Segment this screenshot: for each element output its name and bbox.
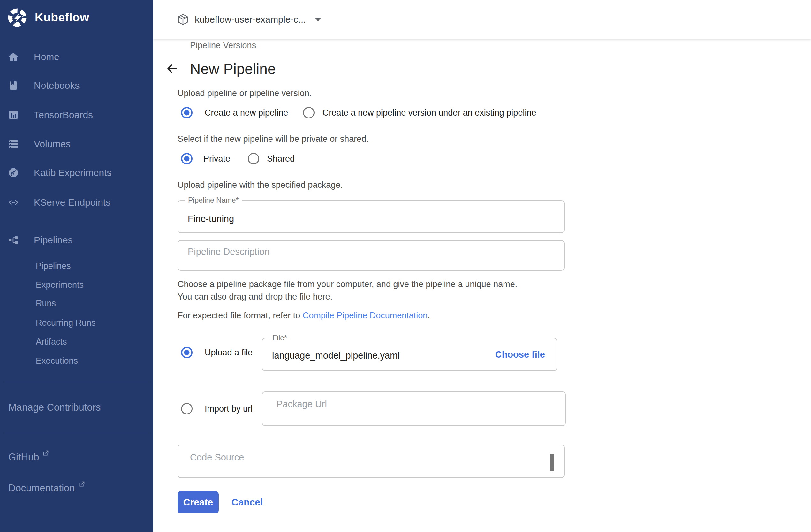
code-source-placeholder: Code Source <box>190 452 244 463</box>
sidebar-subitem-pipelines[interactable]: Pipelines <box>36 259 71 273</box>
code-source-field[interactable]: Code Source <box>178 444 565 478</box>
package-url-field[interactable]: Package Url <box>262 392 566 426</box>
sidebar-item-kserve-endpoints[interactable]: KServe Endpoints <box>0 193 153 212</box>
kserve-icon <box>8 197 19 208</box>
chevron-down-icon <box>315 18 321 21</box>
sidebar-item-notebooks[interactable]: Notebooks <box>0 76 153 95</box>
file-field[interactable]: File* language_model_pipeline.yaml Choos… <box>262 338 557 371</box>
sidebar-divider <box>5 382 149 382</box>
format-help-line: For expected file format, refer to Compi… <box>178 311 430 321</box>
choose-file-button[interactable]: Choose file <box>495 349 545 360</box>
namespace-selector[interactable]: kubeflow-user-example-c... <box>177 0 321 39</box>
sidebar: Kubeflow Home Notebooks TensorBoards <box>0 0 153 532</box>
radio-private[interactable] <box>181 153 193 165</box>
file-help-line2: You can also drag and drop the file here… <box>178 292 332 302</box>
file-field-label: File* <box>270 334 290 342</box>
form-intro-text: Upload pipeline or pipeline version. <box>178 89 312 98</box>
kubeflow-logo[interactable]: Kubeflow <box>8 8 89 27</box>
sidebar-item-tensorboards[interactable]: TensorBoards <box>0 105 153 124</box>
sidebar-subitem-artifacts[interactable]: Artifacts <box>36 335 67 349</box>
sidebar-subitem-recurring-runs[interactable]: Recurring Runs <box>36 316 96 330</box>
radio-private-label[interactable]: Private <box>203 154 230 164</box>
kubeflow-dashboard: Kubeflow Home Notebooks TensorBoards <box>0 0 811 532</box>
sidebar-item-home[interactable]: Home <box>0 47 153 66</box>
cancel-button[interactable]: Cancel <box>231 497 263 508</box>
scrollbar-thumb[interactable] <box>550 454 554 471</box>
topbar: kubeflow-user-example-c... <box>153 0 811 39</box>
sidebar-subitem-executions[interactable]: Executions <box>36 354 78 368</box>
sidebar-divider <box>5 433 149 433</box>
volumes-icon <box>8 139 19 150</box>
radio-upload-file-label[interactable]: Upload a file <box>205 348 253 358</box>
katib-icon <box>8 167 19 178</box>
breadcrumb[interactable]: Pipeline Versions <box>190 41 256 50</box>
radio-import-url-label[interactable]: Import by url <box>205 404 253 414</box>
compile-pipeline-documentation-link[interactable]: Compile Pipeline Documentation <box>303 311 428 320</box>
package-help-text: Upload pipeline with the specified packa… <box>178 180 343 190</box>
pipeline-name-field-label: Pipeline Name* <box>185 196 242 205</box>
radio-create-new-pipeline[interactable] <box>181 107 193 119</box>
pipeline-description-field[interactable]: Pipeline Description <box>178 240 565 271</box>
back-arrow-icon[interactable] <box>165 62 179 75</box>
pipelines-icon <box>8 235 19 246</box>
radio-import-url[interactable] <box>181 403 193 414</box>
sidebar-item-katib-experiments[interactable]: Katib Experiments <box>0 163 153 182</box>
header-divider <box>153 79 811 80</box>
external-link-icon <box>42 450 49 457</box>
sidebar-subitem-runs[interactable]: Runs <box>36 297 56 310</box>
namespace-cube-icon <box>177 13 189 26</box>
radio-create-pipeline-version-label[interactable]: Create a new pipeline version under an e… <box>322 108 536 118</box>
page-title: New Pipeline <box>190 60 276 78</box>
kubeflow-logo-text: Kubeflow <box>35 11 89 24</box>
sidebar-link-documentation[interactable]: Documentation <box>8 483 85 494</box>
pipeline-name-field[interactable]: Pipeline Name* Fine-tuning <box>178 200 565 233</box>
notebook-icon <box>8 80 19 91</box>
create-button[interactable]: Create <box>178 491 219 514</box>
pipeline-name-field-value: Fine-tuning <box>188 214 234 224</box>
external-link-icon <box>78 481 85 488</box>
visibility-help-text: Select if the new pipeline will be priva… <box>178 134 369 144</box>
home-icon <box>8 51 19 62</box>
radio-shared-label[interactable]: Shared <box>267 154 295 164</box>
namespace-label: kubeflow-user-example-c... <box>195 14 306 25</box>
package-url-placeholder: Package Url <box>276 399 327 409</box>
tensorboard-icon <box>8 109 19 120</box>
file-field-value: language_model_pipeline.yaml <box>272 350 400 361</box>
sidebar-link-github[interactable]: GitHub <box>8 452 49 463</box>
sidebar-item-volumes[interactable]: Volumes <box>0 134 153 154</box>
radio-create-pipeline-version[interactable] <box>303 107 315 119</box>
sidebar-item-manage-contributors[interactable]: Manage Contributors <box>8 402 101 413</box>
radio-upload-file[interactable] <box>181 347 193 358</box>
pipeline-description-placeholder: Pipeline Description <box>188 246 270 257</box>
kubeflow-logo-icon <box>8 8 27 27</box>
radio-shared[interactable] <box>248 153 259 165</box>
radio-create-new-pipeline-label[interactable]: Create a new pipeline <box>205 108 288 118</box>
sidebar-item-pipelines[interactable]: Pipelines <box>0 230 153 250</box>
file-help-line1: Choose a pipeline package file from your… <box>178 279 517 289</box>
sidebar-subitem-experiments[interactable]: Experiments <box>36 278 83 292</box>
